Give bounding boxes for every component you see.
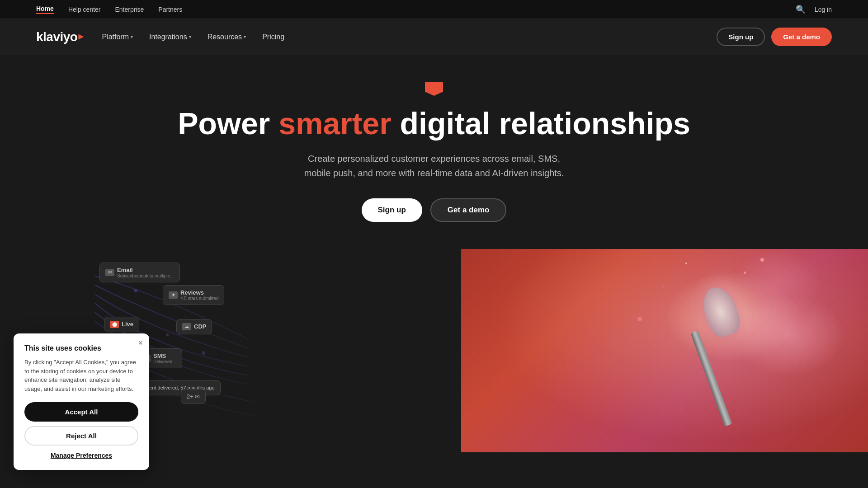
chevron-down-icon: ▾: [131, 34, 133, 39]
top-nav-help[interactable]: Help center: [68, 6, 101, 13]
search-icon[interactable]: 🔍: [796, 5, 806, 14]
node-email-sub: Subscribe/book to multiple...: [117, 273, 174, 278]
top-right: 🔍 Log in: [796, 5, 832, 14]
chevron-down-icon: ▾: [189, 34, 191, 39]
node-email-label: Email: [117, 267, 174, 273]
top-nav: Home Help center Enterprise Partners: [36, 5, 182, 14]
chevron-down-icon: ▾: [244, 34, 246, 39]
diagram-node-live: ⬤ Live: [104, 317, 139, 332]
cdp-icon: ☁: [182, 323, 191, 330]
nav-integrations[interactable]: Integrations ▾: [149, 33, 191, 41]
cookie-body-text: By clicking "Accept All Cookies," you ag…: [24, 358, 138, 393]
hero-buttons: Sign up Get a demo: [0, 198, 868, 222]
top-bar: Home Help center Enterprise Partners 🔍 L…: [0, 0, 868, 19]
logo-text[interactable]: klaviyo: [36, 30, 77, 44]
node-reviews-label: Reviews: [180, 289, 218, 296]
hero-title: Power smarter digital relationships: [0, 107, 868, 141]
diagram-node-cdp: ☁ CDP: [176, 319, 212, 334]
accept-all-button[interactable]: Accept All: [24, 402, 138, 422]
node-reviews-sub: 4.5 stars submitted: [180, 296, 218, 301]
logo-flag-icon: [78, 34, 84, 40]
email-icon: ✉: [105, 269, 114, 276]
top-nav-home[interactable]: Home: [36, 5, 54, 14]
diagram-node-stats: 2+ ✉: [181, 389, 206, 404]
manage-preferences-link[interactable]: Manage Preferences: [24, 452, 138, 459]
logo-wrapper: klaviyo Platform ▾ Integrations ▾ Resour…: [36, 30, 284, 44]
main-header: klaviyo Platform ▾ Integrations ▾ Resour…: [0, 19, 868, 55]
cookie-close-button[interactable]: ×: [138, 339, 143, 347]
nav-platform[interactable]: Platform ▾: [102, 33, 133, 41]
node-stats-label: 2+ ✉: [187, 393, 200, 400]
node-live-label: Live: [122, 321, 133, 328]
hero-section: Power smarter digital relationships Crea…: [0, 55, 868, 222]
top-nav-enterprise[interactable]: Enterprise: [115, 6, 144, 13]
node-sms-sub: Delivered...: [153, 359, 176, 364]
nav-pricing[interactable]: Pricing: [262, 33, 284, 41]
cookie-banner: × This site uses cookies By clicking "Ac…: [14, 333, 149, 470]
diagram-node-reviews: ★ Reviews 4.5 stars submitted: [163, 285, 224, 305]
node-sms-label: SMS: [153, 352, 176, 359]
node-cdp-label: CDP: [194, 323, 206, 330]
header-right: Sign up Get a demo: [717, 28, 832, 46]
login-link[interactable]: Log in: [815, 6, 832, 13]
hero-subtitle: Create personalized customer experiences…: [303, 151, 565, 180]
signup-button[interactable]: Sign up: [717, 28, 765, 46]
hero-demo-button[interactable]: Get a demo: [430, 198, 507, 222]
cosmetic-area: [461, 249, 868, 452]
get-demo-button[interactable]: Get a demo: [771, 28, 832, 46]
top-nav-partners[interactable]: Partners: [158, 6, 182, 13]
star-icon: ★: [169, 291, 178, 299]
hero-flag-icon: [425, 82, 443, 96]
cookie-title: This site uses cookies: [24, 344, 138, 352]
powder-explosion: [529, 249, 845, 452]
hero-signup-button[interactable]: Sign up: [362, 198, 422, 222]
live-icon: ⬤: [110, 321, 119, 328]
nav-resources[interactable]: Resources ▾: [208, 33, 246, 41]
diagram-node-email: ✉ Email Subscribe/book to multiple...: [99, 263, 180, 282]
main-nav: Platform ▾ Integrations ▾ Resources ▾ Pr…: [102, 33, 284, 41]
reject-all-button[interactable]: Reject All: [24, 426, 138, 446]
